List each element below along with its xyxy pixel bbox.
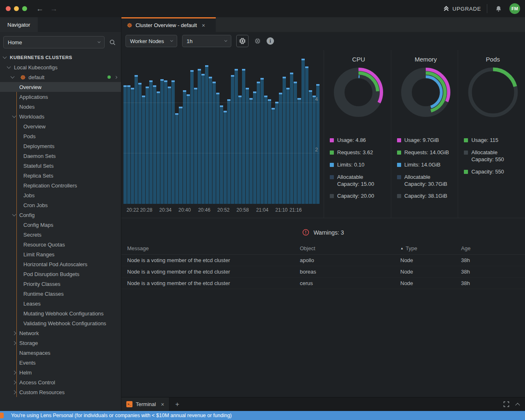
chart-bar-body [201,75,205,204]
expand-dock-icon[interactable] [503,401,509,407]
chevron-down-icon [3,55,7,59]
chart-bar-body [179,108,182,204]
sidebar-item-local-kubeconfigs[interactable]: Local Kubeconfigs [0,62,121,72]
warnings-table: Message Object ▲Type Age Node is a votin… [121,242,525,289]
table-cell: 38h [461,257,525,263]
sidebar-item-kubernetes-clusters[interactable]: KUBERNETES CLUSTERS [0,52,121,62]
sidebar-item-overview[interactable]: Overview [0,121,121,131]
chart-bar [187,94,190,204]
info-icon[interactable]: i [267,37,274,45]
sidebar-item-daemon-sets[interactable]: Daemon Sets [0,151,121,161]
sidebar-item-deployments[interactable]: Deployments [0,141,121,151]
column-header-message[interactable]: Message [127,245,300,251]
table-cell: 38h [461,269,525,275]
collapse-dock-icon[interactable] [515,403,520,407]
sidebar-item-validating-webhook-configurations[interactable]: Validating Webhook Configurations [0,318,121,328]
sidebar-item-namespaces[interactable]: Namespaces [0,348,121,358]
back-arrow-icon[interactable]: ← [36,5,43,13]
chart-bar-body [309,92,312,204]
sidebar-item-pods[interactable]: Pods [0,131,121,141]
sidebar-item-overview[interactable]: Overview [0,82,121,92]
upgrade-button[interactable]: UPGRADE [443,6,481,12]
sidebar-item-stateful-sets[interactable]: Stateful Sets [0,161,121,171]
column-header-object[interactable]: Object [300,245,400,251]
chart-bar-body [260,80,264,204]
close-terminal-icon[interactable]: × [161,401,164,408]
chart-bar-body [149,82,153,204]
sidebar-item-resource-quotas[interactable]: Resource Quotas [0,240,121,249]
sidebar-item-leases[interactable]: Leases [0,299,121,308]
table-row[interactable]: Node is a voting member of the etcd clus… [121,278,525,289]
sidebar-item-config-maps[interactable]: Config Maps [0,220,121,230]
sidebar-item-applications[interactable]: Applications [0,92,121,102]
statusbar-text: You're using Lens Personal (for individu… [11,413,232,418]
chart-bar [142,96,145,204]
legend-label: Allocatable Capacity: 15.00 [337,174,386,188]
sidebar-item-cron-jobs[interactable]: Cron Jobs [0,200,121,210]
sidebar-item-storage[interactable]: Storage [0,338,121,348]
sidebar-item-events[interactable]: Events [0,358,121,368]
sidebar-item-priority-classes[interactable]: Priority Classes [0,279,121,289]
sidebar-item-label: Config Maps [23,222,53,228]
column-header-type[interactable]: ▲Type [400,245,461,251]
chevron-down-icon [170,39,173,42]
gridline-4: 4 [123,103,320,103]
sidebar-item-limit-ranges[interactable]: Limit Ranges [0,249,121,259]
legend-item: Allocatable Capacity: 15.00 [330,174,388,188]
chart-bar [253,91,256,204]
close-tab-icon[interactable]: × [202,22,205,29]
tab-navigator[interactable]: Navigator [0,17,38,32]
sidebar-item-mutating-webhook-configurations[interactable]: Mutating Webhook Configurations [0,308,121,318]
chevron-right-icon[interactable] [114,75,117,78]
memory-chip-icon[interactable] [253,37,262,45]
sidebar-item-horizontal-pod-autoscalers[interactable]: Horizontal Pod Autoscalers [0,259,121,269]
legend-swatch [330,194,334,198]
location-select[interactable]: Home [3,36,105,48]
sidebar-item-label: Overview [23,123,46,130]
table-row[interactable]: Node is a voting member of the etcd clus… [121,255,525,266]
node-role-select[interactable]: Worker Nodes [126,35,177,47]
sidebar-item-replica-sets[interactable]: Replica Sets [0,171,121,180]
chart-bar [260,78,264,204]
sidebar-item-pod-disruption-budgets[interactable]: Pod Disruption Budgets [0,269,121,279]
maximize-window-button[interactable] [22,6,27,11]
time-range-select[interactable]: 1h [182,35,231,47]
chart-bar-body [283,78,286,204]
sidebar-item-secrets[interactable]: Secrets [0,230,121,240]
kubernetes-cluster-icon: ☸ [127,22,132,28]
legend-label: Limits: 14.0GiB [404,162,441,169]
cpu-metric-toggle-button[interactable] [236,35,249,47]
sidebar-item-network[interactable]: Network [0,328,121,338]
table-row[interactable]: Node is a voting member of the etcd clus… [121,266,525,278]
sidebar-item-replication-controllers[interactable]: Replication Controllers [0,180,121,190]
warnings-table-header: Message Object ▲Type Age [121,242,525,255]
forward-arrow-icon[interactable]: → [50,5,57,13]
chart-bar [268,99,271,204]
sidebar-item-default[interactable]: ☸default [0,72,121,82]
chart-bar [305,66,308,204]
sidebar-item-config[interactable]: Config [0,210,121,220]
close-window-button[interactable] [6,6,11,11]
sidebar-item-access-control[interactable]: Access Control [0,377,121,387]
avatar[interactable]: FM [509,3,520,14]
sidebar-tree: KUBERNETES CLUSTERSLocal Kubeconfigs☸def… [0,52,121,411]
sidebar-item-custom-resources[interactable]: Custom Resources [0,387,121,397]
sidebar-item-runtime-classes[interactable]: Runtime Classes [0,289,121,299]
column-header-age[interactable]: Age [461,245,525,251]
sidebar-item-helm[interactable]: Helm [0,368,121,377]
chart-x-axis-labels: 20:2220:2820:3420:4020:4620:5220:5821:04… [123,204,320,216]
tab-terminal[interactable]: >_ Terminal × [121,397,169,411]
tab-cluster-overview[interactable]: ☸ Cluster Overview - default × [121,17,216,32]
sidebar-item-jobs[interactable]: Jobs [0,190,121,200]
chart-bar-body [275,103,278,204]
notifications-bell-icon[interactable] [493,3,504,14]
legend-label: Capacity: 38.1GiB [404,193,447,200]
search-icon[interactable] [107,37,118,48]
cluster-metrics-chart: 24 20:2220:2820:3420:4020:4620:5220:5821… [121,50,324,218]
sidebar-item-workloads[interactable]: Workloads [0,112,121,121]
chart-bar [201,74,205,204]
minimize-window-button[interactable] [14,6,19,11]
sidebar-item-nodes[interactable]: Nodes [0,102,121,112]
chart-bar [146,87,149,204]
new-terminal-button[interactable]: + [175,400,179,409]
